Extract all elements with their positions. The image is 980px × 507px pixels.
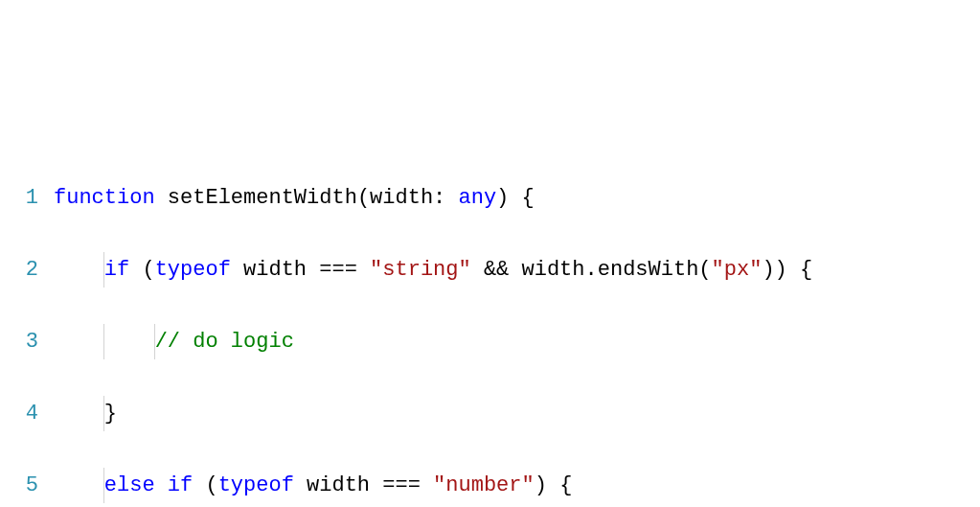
line-number: 1 [0,180,38,217]
code-line[interactable]: function setElementWidth(width: any) { [54,180,980,217]
code-line[interactable]: else if (typeof width === "number") { [54,468,980,504]
code-line[interactable]: if (typeof width === "string" && width.e… [54,252,980,288]
line-number: 2 [0,252,38,288]
line-number: 3 [0,324,38,360]
code-line[interactable]: // do logic [54,324,980,360]
code-area[interactable]: function setElementWidth(width: any) { i… [54,144,980,507]
line-number: 5 [0,468,38,504]
line-number: 4 [0,396,38,432]
line-number-gutter: 1 2 3 4 5 6 7 8 9 10 11 12 13 14 [0,144,54,507]
code-editor[interactable]: 1 2 3 4 5 6 7 8 9 10 11 12 13 14 functio… [0,144,980,507]
code-line[interactable]: } [54,396,980,432]
